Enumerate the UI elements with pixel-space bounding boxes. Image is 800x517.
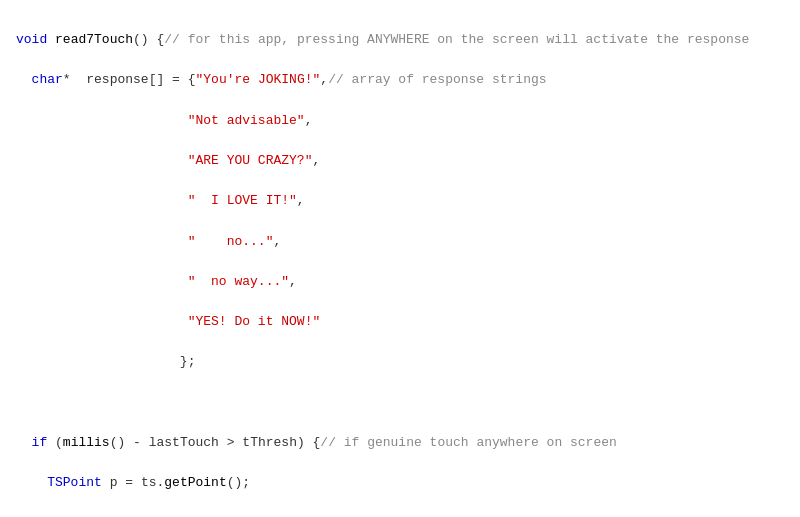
line-6: " no...", [16, 232, 784, 252]
line-4: "ARE YOU CRAZY?", [16, 151, 784, 171]
line-7: " no way...", [16, 272, 784, 292]
line-3: "Not advisable", [16, 111, 784, 131]
line-13 [16, 514, 784, 517]
line-1: void read7Touch() {// for this app, pres… [16, 30, 784, 50]
line-9: }; [16, 352, 784, 372]
code-editor: void read7Touch() {// for this app, pres… [0, 0, 800, 517]
line-2: char* response[] = {"You're JOKING!",// … [16, 70, 784, 90]
line-8: "YES! Do it NOW!" [16, 312, 784, 332]
line-5: " I LOVE IT!", [16, 191, 784, 211]
line-12: TSPoint p = ts.getPoint(); [16, 473, 784, 493]
line-11: if (millis() - lastTouch > tThresh) {// … [16, 433, 784, 453]
line-10 [16, 393, 784, 413]
